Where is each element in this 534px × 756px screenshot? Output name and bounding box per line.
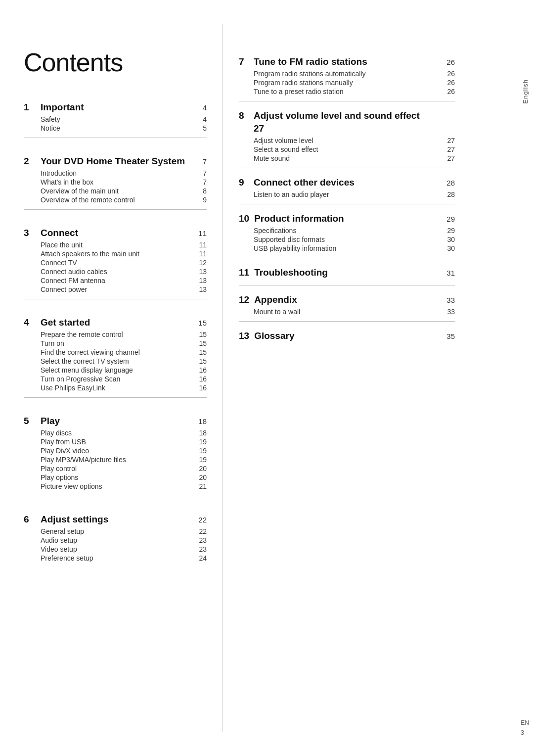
right-section-header: 9 Connect other devices 28	[239, 168, 455, 188]
sub-item-page: 18	[195, 429, 207, 437]
toc-section-5: 5 Play 18 Play discs 18 Play from USB 19…	[24, 397, 207, 496]
sub-item-page: 23	[195, 545, 207, 553]
sub-item-label: Play from USB	[41, 438, 195, 446]
sub-item-page: 21	[195, 482, 207, 490]
right-section-9: 9 Connect other devices 28 Listen to an …	[239, 168, 455, 204]
sub-item: Video setup 23	[24, 545, 207, 554]
left-toc: 1 Important 4 Safety 4 Notice 5 2 Your D…	[24, 93, 207, 567]
sub-item-page: 33	[443, 308, 455, 316]
right-section-8: 8 Adjust volume level and sound effect 2…	[239, 101, 455, 168]
sub-item-label: Turn on Progressive Scan	[41, 375, 195, 383]
section-page: 15	[195, 319, 207, 327]
right-section-num: 7	[239, 56, 249, 67]
sub-item-label: Play control	[41, 465, 195, 472]
sub-item-label: Play MP3/WMA/picture files	[41, 456, 195, 464]
section-title: Important	[41, 102, 84, 113]
right-section-13: 13 Glossary 35	[239, 321, 455, 348]
toc-section-6: 6 Adjust settings 22 General setup 22 Au…	[24, 496, 207, 567]
right-section-num: 12	[239, 294, 249, 305]
right-sub-item: Supported disc formats 30	[239, 235, 455, 244]
right-sub-item: USB playability information 30	[239, 244, 455, 253]
sub-item-label: Program radio stations manually	[254, 79, 443, 87]
right-sub-item: Mount to a wall 33	[239, 307, 455, 316]
sub-item-page: 27	[443, 145, 455, 153]
right-section-title: Troubleshooting	[254, 267, 328, 278]
section-header-left: 3 Connect	[24, 228, 78, 238]
sub-item-page: 19	[195, 447, 207, 455]
sub-item-label: Connect power	[41, 285, 195, 293]
sub-item-label: Overview of the remote control	[41, 196, 195, 204]
right-section-12: 12 Appendix 33 Mount to a wall 33	[239, 285, 455, 321]
sub-item-page: 20	[195, 473, 207, 481]
page-title: Contents	[24, 47, 207, 77]
section-num: 1	[24, 102, 33, 113]
sub-item-page: 27	[443, 137, 455, 144]
right-section-title: Tune to FM radio stations	[254, 56, 367, 67]
page: Contents 1 Important 4 Safety 4 Notice 5…	[0, 0, 534, 756]
sub-item-page: 24	[195, 554, 207, 562]
sub-item: Play options 20	[24, 473, 207, 482]
section-title: Adjust settings	[41, 514, 108, 525]
sub-item-page: 9	[195, 196, 207, 204]
sub-item: Select menu display language 16	[24, 366, 207, 375]
right-section-header-left: 13 Glossary	[239, 331, 294, 341]
sub-item-page: 29	[443, 227, 455, 235]
sub-item-label: Play discs	[41, 429, 195, 437]
sub-item-label: USB playability information	[254, 244, 443, 252]
sub-item-label: Select the correct TV system	[41, 357, 195, 365]
right-section-header-left: 8 Adjust volume level and sound effect	[239, 110, 420, 121]
right-sub-item: Listen to an audio player 28	[239, 190, 455, 199]
sub-item: Introduction 7	[24, 169, 207, 178]
section-header: 6 Adjust settings 22	[24, 505, 207, 525]
right-sub-item: Program radio stations automatically 26	[239, 69, 455, 78]
sub-item-page: 16	[195, 366, 207, 374]
section-spacer	[24, 392, 207, 397]
right-sub-item: Select a sound effect 27	[239, 145, 455, 154]
sub-item-label: Use Philips EasyLink	[41, 384, 195, 392]
section-page: 7	[195, 157, 207, 166]
sub-item-label: Mount to a wall	[254, 308, 443, 316]
right-section-spacer	[239, 96, 455, 101]
sub-item: Picture view options 21	[24, 482, 207, 491]
sub-item-label: Program radio stations automatically	[254, 70, 443, 78]
right-section-spacer	[239, 163, 455, 168]
right-section-header-left: 7 Tune to FM radio stations	[239, 56, 367, 67]
sub-item-label: Picture view options	[41, 482, 195, 490]
sub-item-page: 4	[195, 115, 207, 123]
sub-item-page: 15	[195, 339, 207, 347]
right-section-spacer	[239, 280, 455, 285]
sub-item-label: Preference setup	[41, 554, 195, 562]
section-page: 4	[195, 103, 207, 112]
section-spacer	[24, 133, 207, 138]
right-section-header-left: 11 Troubleshooting	[239, 267, 328, 278]
sub-item: General setup 22	[24, 527, 207, 536]
sub-item-page: 11	[195, 250, 207, 258]
right-sub-item: Specifications 29	[239, 226, 455, 235]
sub-item: Connect power 13	[24, 285, 207, 294]
right-section-10: 10 Product information 29 Specifications…	[239, 204, 455, 258]
right-section-spacer	[239, 316, 455, 321]
sub-item-page: 15	[195, 357, 207, 365]
section-header-left: 6 Adjust settings	[24, 514, 108, 525]
section-num: 4	[24, 317, 33, 328]
sub-item: Use Philips EasyLink 16	[24, 383, 207, 392]
sub-item-page: 30	[443, 236, 455, 243]
right-section-title: Appendix	[254, 294, 297, 305]
section-page: 11	[195, 229, 207, 237]
sub-item-page: 11	[195, 241, 207, 249]
section-spacer	[24, 563, 207, 567]
sub-item-page: 12	[195, 259, 207, 267]
sub-item: Safety 4	[24, 115, 207, 124]
section-num: 5	[24, 416, 33, 426]
sub-item: Play discs 18	[24, 428, 207, 437]
sub-item-page: 7	[195, 178, 207, 186]
footer-en: EN	[521, 719, 529, 726]
right-section-num: 10	[239, 213, 249, 224]
section-header: 3 Connect 11	[24, 219, 207, 238]
sub-item-label: Notice	[41, 124, 195, 132]
right-section-header: 10 Product information 29	[239, 204, 455, 224]
right-section-header-left: 12 Appendix	[239, 294, 297, 305]
right-section-spacer	[239, 343, 455, 348]
sub-item-page: 22	[195, 527, 207, 535]
sub-item: Turn on 15	[24, 339, 207, 348]
